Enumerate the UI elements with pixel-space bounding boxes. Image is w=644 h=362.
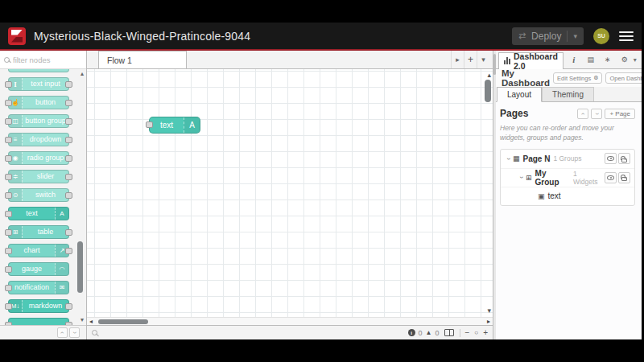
tree-row-group[interactable]: › ⊞ My Group 1 Widgets <box>501 168 634 187</box>
tree-row-widget[interactable]: ▣ text <box>501 187 634 205</box>
help-tab-icon[interactable]: ▤ <box>585 54 597 65</box>
node-palette: I text input ☝ button ◫ button group <box>0 51 87 339</box>
project-title: Mysterious-Black-Winged-Pratincole-9044 <box>34 30 250 43</box>
pages-header: Pages › › + Page <box>500 108 635 119</box>
flow-tabbar: Flow 1 ▸ + ▾ <box>87 51 493 69</box>
canvas-scroll-up-icon[interactable]: ▴ <box>487 72 491 79</box>
open-dashboard-button[interactable]: Open Dashboard ⧉ <box>605 72 642 84</box>
canvas-statusbar: i 0 ▲ 0 − ○ + <box>87 325 493 339</box>
filter-nodes-input[interactable] <box>13 56 76 64</box>
eye-icon <box>607 175 614 180</box>
palette-scroll-up-icon[interactable]: ▴ <box>80 71 84 77</box>
palette-node-text[interactable]: text A <box>8 207 69 220</box>
sidebar-scrollbar[interactable] <box>493 51 496 339</box>
text-icon: A <box>55 208 68 220</box>
palette-node-button[interactable]: ☝ button <box>8 96 69 109</box>
palette-node-dropdown[interactable]: ≡ dropdown <box>8 133 69 146</box>
palette-node-button-group[interactable]: ◫ button group <box>8 114 69 128</box>
config-tab-icon[interactable]: ⚙ <box>619 54 630 65</box>
pages-description: Here you can re-order and move your widg… <box>500 124 637 143</box>
flow-tab[interactable]: Flow 1 <box>98 51 187 68</box>
deploy-button[interactable]: ⇄ Deploy ▾ <box>512 27 584 45</box>
chevron-down-icon[interactable]: › <box>518 176 525 179</box>
canvas-hscrollbar[interactable]: ◂ ▸ <box>87 317 493 325</box>
canvas-hscrollbar-thumb[interactable] <box>98 319 148 324</box>
right-sidebar: Dashboard 2.0 i ▤ ∗ ⚙ ▾ My Dashboard Edi… <box>493 51 642 339</box>
deploy-options-caret[interactable]: ▾ <box>573 32 577 40</box>
node-input-port[interactable] <box>146 121 153 128</box>
page-icon: ▦ <box>513 154 520 162</box>
zoom-in-button[interactable]: + <box>483 329 488 337</box>
bar-chart-icon <box>504 57 510 64</box>
info-count: 0 <box>419 329 423 337</box>
canvas-node-text[interactable]: text A <box>149 117 200 134</box>
flow-canvas[interactable]: text A ▴ ▾ <box>87 69 493 317</box>
edit-settings-button[interactable]: Edit Settings ⚙ <box>553 72 602 84</box>
navigator-toggle-icon[interactable] <box>444 329 454 336</box>
chevron-down-icon[interactable]: › <box>505 158 512 160</box>
palette-node-slider[interactable]: ≑ slider <box>8 170 69 183</box>
node-red-logo-icon <box>8 27 26 45</box>
eye-icon <box>607 156 614 161</box>
dashboard-tree: › ▦ Page N 1 Groups › ⊞ My Group 1 Wid <box>500 149 635 206</box>
layout-panel: Pages › › + Page Here you can re-order a… <box>493 102 642 339</box>
user-avatar[interactable]: SU <box>593 28 609 44</box>
unlock-icon <box>621 158 627 162</box>
visibility-button[interactable] <box>605 153 617 164</box>
palette-node-markdown[interactable]: M↓ markdown <box>8 299 69 313</box>
hscroll-right-icon[interactable]: ▸ <box>487 318 490 326</box>
info-count-icon[interactable]: i <box>408 329 415 336</box>
palette-node-gauge[interactable]: gauge ◠ <box>8 262 69 276</box>
palette-node-switch[interactable]: ⊙ switch <box>8 188 69 202</box>
flow-list-button[interactable]: ▾ <box>477 51 489 68</box>
deploy-label: Deploy <box>531 31 561 42</box>
sidebar-tab-icons: i ▤ ∗ ⚙ <box>568 54 630 65</box>
tab-layout[interactable]: Layout <box>497 87 542 102</box>
palette-scrollbar-thumb[interactable] <box>77 241 83 293</box>
statusbar-right: i 0 ▲ 0 − ○ + <box>408 329 488 337</box>
canvas-vscrollbar-thumb[interactable] <box>485 80 491 102</box>
canvas-scroll-down-icon[interactable]: ▾ <box>487 307 491 315</box>
group-icon: ⊞ <box>526 174 532 182</box>
add-page-button[interactable]: + Page <box>605 109 635 119</box>
tab-theming[interactable]: Theming <box>542 87 594 101</box>
hscroll-left-icon[interactable]: ◂ <box>89 318 93 326</box>
palette-node-table[interactable]: ⊞ table <box>8 225 69 239</box>
hamburger-menu-icon[interactable] <box>619 31 634 41</box>
add-flow-button[interactable]: + <box>464 51 477 68</box>
palette-search[interactable] <box>0 51 86 69</box>
lock-button[interactable] <box>618 153 630 164</box>
screen: Mysterious-Black-Winged-Pratincole-9044 … <box>0 0 644 362</box>
sidebar-menu-caret[interactable]: ▾ <box>630 56 640 64</box>
debug-tab-icon[interactable]: ∗ <box>602 54 613 65</box>
palette-scroll-down-icon[interactable]: ▾ <box>80 317 84 323</box>
main-area: I text input ☝ button ◫ button group <box>0 51 642 339</box>
gear-icon: ⚙ <box>593 75 598 81</box>
palette-node-chart[interactable]: chart ↗ <box>8 244 69 257</box>
lock-button[interactable] <box>618 172 630 183</box>
warning-count-icon[interactable]: ▲ <box>426 330 432 336</box>
move-down-button[interactable]: › <box>591 109 602 119</box>
zoom-reset-button[interactable]: ○ <box>474 330 478 336</box>
palette-node-text-input[interactable]: I text input <box>8 77 69 91</box>
text-icon: A <box>184 117 200 133</box>
dashboard-header-row: My Dashboard Edit Settings ⚙ Open Dashbo… <box>493 69 642 87</box>
palette-node-partial-bottom[interactable] <box>8 318 69 325</box>
visibility-button[interactable] <box>605 172 617 183</box>
canvas-search-icon[interactable] <box>92 330 97 335</box>
palette-scroll: I text input ☝ button ◫ button group <box>0 69 86 325</box>
info-tab-icon[interactable]: i <box>568 54 580 65</box>
dashboard-title: My Dashboard <box>502 68 550 88</box>
palette-node-partial-top[interactable] <box>8 69 69 72</box>
tree-row-page[interactable]: › ▦ Page N 1 Groups <box>501 150 634 168</box>
next-flow-button[interactable]: ▸ <box>451 51 464 68</box>
tab-dashboard-2[interactable]: Dashboard 2.0 <box>498 52 564 69</box>
expand-categories-button[interactable]: › <box>69 327 80 338</box>
collapse-categories-button[interactable]: › <box>57 327 68 338</box>
palette-node-radio-group[interactable]: ◉ radio group <box>8 151 69 165</box>
image-icon: ▣ <box>538 192 545 200</box>
unlock-icon <box>621 177 627 181</box>
move-up-button[interactable]: › <box>577 109 588 119</box>
zoom-out-button[interactable]: − <box>464 329 469 337</box>
palette-node-notification[interactable]: notification ✉ <box>8 281 69 294</box>
